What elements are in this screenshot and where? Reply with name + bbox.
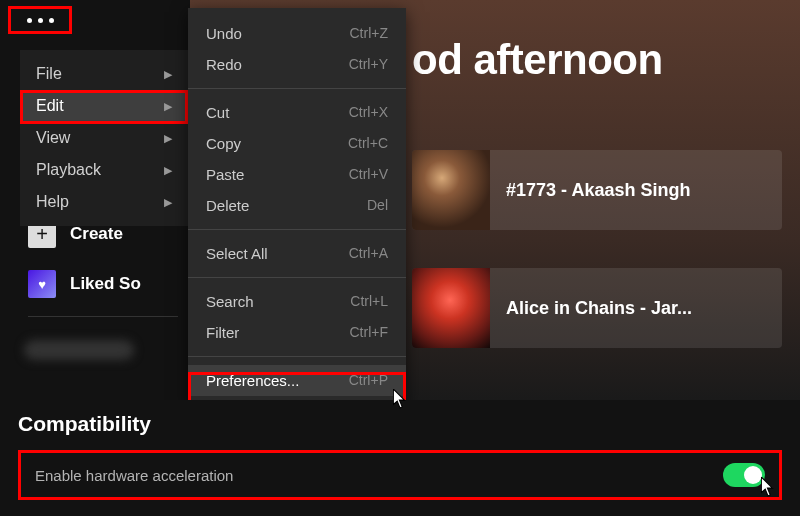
menubar-item-file[interactable]: File ▶ xyxy=(20,58,188,90)
dot-icon xyxy=(38,18,43,23)
menubar-dropdown: File ▶ Edit ▶ View ▶ Playback ▶ Help ▶ xyxy=(20,50,188,226)
menu-label: Cut xyxy=(206,104,229,121)
chevron-right-icon: ▶ xyxy=(164,100,172,113)
menu-shortcut: Ctrl+Z xyxy=(350,25,389,42)
menu-paste[interactable]: Paste Ctrl+V xyxy=(188,159,406,190)
menu-search[interactable]: Search Ctrl+L xyxy=(188,286,406,317)
menubar-label: File xyxy=(36,65,62,83)
content-card[interactable]: #1773 - Akaash Singh xyxy=(412,150,782,230)
menu-label: Paste xyxy=(206,166,244,183)
menu-label: Select All xyxy=(206,245,268,262)
sidebar-item-label: Liked So xyxy=(70,274,141,294)
menu-shortcut: Ctrl+L xyxy=(350,293,388,310)
hw-accel-row: Enable hardware acceleration xyxy=(18,450,782,500)
sidebar-divider xyxy=(28,316,178,317)
menu-shortcut: Ctrl+V xyxy=(349,166,388,183)
chevron-right-icon: ▶ xyxy=(164,132,172,145)
dot-icon xyxy=(49,18,54,23)
menu-separator xyxy=(188,356,406,357)
menu-redo[interactable]: Redo Ctrl+Y xyxy=(188,49,406,80)
menu-label: Undo xyxy=(206,25,242,42)
section-heading: Compatibility xyxy=(18,412,782,436)
dot-icon xyxy=(27,18,32,23)
menu-label: Filter xyxy=(206,324,239,341)
menu-label: Preferences... xyxy=(206,372,299,389)
edit-submenu: Undo Ctrl+Z Redo Ctrl+Y Cut Ctrl+X Copy … xyxy=(188,8,406,406)
hw-accel-toggle[interactable] xyxy=(723,463,765,487)
sidebar-liked-songs[interactable]: ♥ Liked So xyxy=(28,270,141,298)
compatibility-section: Compatibility Enable hardware accelerati… xyxy=(0,400,800,516)
menu-label: Redo xyxy=(206,56,242,73)
menu-filter[interactable]: Filter Ctrl+F xyxy=(188,317,406,348)
menu-shortcut: Ctrl+C xyxy=(348,135,388,152)
menu-shortcut: Del xyxy=(367,197,388,214)
menu-shortcut: Ctrl+A xyxy=(349,245,388,262)
chevron-right-icon: ▶ xyxy=(164,196,172,209)
card-thumbnail xyxy=(412,150,490,230)
menu-shortcut: Ctrl+F xyxy=(350,324,389,341)
menu-shortcut: Ctrl+Y xyxy=(349,56,388,73)
menu-preferences[interactable]: Preferences... Ctrl+P xyxy=(188,365,406,396)
menubar-label: Help xyxy=(36,193,69,211)
menubar-label: Playback xyxy=(36,161,101,179)
menu-separator xyxy=(188,88,406,89)
menu-separator xyxy=(188,229,406,230)
menu-select-all[interactable]: Select All Ctrl+A xyxy=(188,238,406,269)
menubar-item-playback[interactable]: Playback ▶ xyxy=(20,154,188,186)
menu-copy[interactable]: Copy Ctrl+C xyxy=(188,128,406,159)
menu-label: Copy xyxy=(206,135,241,152)
menu-shortcut: Ctrl+P xyxy=(349,372,388,389)
toggle-knob xyxy=(744,466,762,484)
menubar-item-help[interactable]: Help ▶ xyxy=(20,186,188,218)
content-card[interactable]: Alice in Chains - Jar... xyxy=(412,268,782,348)
heart-icon: ♥ xyxy=(28,270,56,298)
chevron-right-icon: ▶ xyxy=(164,68,172,81)
greeting-heading: od afternoon xyxy=(412,36,663,84)
menu-label: Delete xyxy=(206,197,249,214)
setting-label: Enable hardware acceleration xyxy=(35,467,233,484)
sidebar-playlist-blur xyxy=(24,340,134,360)
chevron-right-icon: ▶ xyxy=(164,164,172,177)
menu-separator xyxy=(188,277,406,278)
sidebar-item-label: Create xyxy=(70,224,123,244)
app-menu-button[interactable] xyxy=(8,6,72,34)
menu-delete[interactable]: Delete Del xyxy=(188,190,406,221)
menu-shortcut: Ctrl+X xyxy=(349,104,388,121)
menubar-item-view[interactable]: View ▶ xyxy=(20,122,188,154)
menubar-label: View xyxy=(36,129,70,147)
card-title: Alice in Chains - Jar... xyxy=(506,296,692,320)
menu-undo[interactable]: Undo Ctrl+Z xyxy=(188,18,406,49)
card-thumbnail xyxy=(412,268,490,348)
menu-cut[interactable]: Cut Ctrl+X xyxy=(188,97,406,128)
menubar-item-edit[interactable]: Edit ▶ xyxy=(20,90,188,122)
menu-label: Search xyxy=(206,293,254,310)
card-title: #1773 - Akaash Singh xyxy=(506,178,690,202)
menubar-label: Edit xyxy=(36,97,64,115)
